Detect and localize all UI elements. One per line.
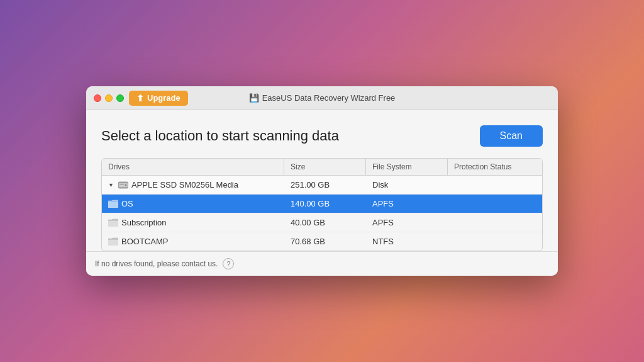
footer: If no drives found, please contact us. ? bbox=[86, 251, 558, 276]
help-label: ? bbox=[226, 260, 230, 268]
partition-name-cell: BOOTCAMP bbox=[102, 232, 284, 251]
header-row: Select a location to start scanning data… bbox=[101, 125, 543, 147]
table-row[interactable]: OS 140.00 GB APFS bbox=[102, 195, 542, 213]
partition-name-cell: OS bbox=[102, 195, 284, 213]
drive-size: 251.00 GB bbox=[284, 176, 366, 194]
partition-name: BOOTCAMP bbox=[121, 237, 168, 246]
page-title: Select a location to start scanning data bbox=[101, 128, 339, 144]
upgrade-button[interactable]: ⬆ Upgrade bbox=[129, 91, 188, 106]
table-row[interactable]: ▼ APPLE SSD SM0256L Media 251.00 GB Disk bbox=[102, 176, 542, 195]
table-body: ▼ APPLE SSD SM0256L Media 251.00 GB Disk bbox=[102, 176, 542, 251]
col-protection: Protection Status bbox=[448, 159, 542, 175]
partition-size: 70.68 GB bbox=[284, 232, 366, 251]
col-size: Size bbox=[284, 159, 366, 175]
app-window: ⬆ Upgrade 💾 EaseUS Data Recovery Wizard … bbox=[86, 86, 558, 276]
partition-size: 40.00 GB bbox=[284, 213, 366, 232]
maximize-button[interactable] bbox=[116, 94, 124, 102]
table-header: Drives Size File System Protection Statu… bbox=[102, 159, 542, 176]
partition-fs: NTFS bbox=[366, 232, 448, 251]
minimize-button[interactable] bbox=[105, 94, 113, 102]
help-button[interactable]: ? bbox=[223, 258, 234, 269]
svg-rect-3 bbox=[119, 184, 124, 185]
hdd-icon bbox=[118, 181, 128, 189]
title-icon: 💾 bbox=[249, 93, 259, 103]
titlebar: ⬆ Upgrade 💾 EaseUS Data Recovery Wizard … bbox=[86, 86, 558, 110]
partition-protection bbox=[448, 200, 542, 208]
partition-fs: APFS bbox=[366, 195, 448, 213]
table-row[interactable]: BOOTCAMP 70.68 GB NTFS bbox=[102, 232, 542, 251]
upgrade-icon: ⬆ bbox=[136, 93, 144, 103]
scan-button[interactable]: Scan bbox=[480, 125, 543, 147]
table-row[interactable]: Subscription 40.00 GB APFS bbox=[102, 213, 542, 232]
expand-icon: ▼ bbox=[108, 182, 114, 188]
partition-name-cell: Subscription bbox=[102, 213, 284, 232]
partition-protection bbox=[448, 237, 542, 246]
partition-fs: APFS bbox=[366, 213, 448, 232]
partition-name: OS bbox=[121, 199, 133, 208]
svg-point-2 bbox=[125, 184, 126, 186]
drive-protection bbox=[448, 181, 542, 189]
traffic-lights bbox=[94, 94, 124, 102]
partition-name: Subscription bbox=[121, 218, 167, 227]
folder-icon bbox=[108, 218, 118, 227]
window-title: 💾 EaseUS Data Recovery Wizard Free bbox=[249, 93, 396, 103]
drive-name: APPLE SSD SM0256L Media bbox=[131, 180, 238, 189]
folder-icon bbox=[108, 237, 118, 246]
upgrade-label: Upgrade bbox=[147, 93, 180, 103]
folder-icon bbox=[108, 200, 118, 208]
footer-text: If no drives found, please contact us. bbox=[95, 259, 218, 268]
drive-name-cell: ▼ APPLE SSD SM0256L Media bbox=[102, 176, 284, 194]
col-drives: Drives bbox=[102, 159, 284, 175]
partition-size: 140.00 GB bbox=[284, 195, 366, 213]
partition-protection bbox=[448, 218, 542, 227]
main-content: Select a location to start scanning data… bbox=[86, 110, 558, 251]
drive-fs: Disk bbox=[366, 176, 448, 194]
close-button[interactable] bbox=[94, 94, 101, 102]
col-filesystem: File System bbox=[366, 159, 448, 175]
title-text-label: EaseUS Data Recovery Wizard Free bbox=[262, 93, 396, 103]
drives-table: Drives Size File System Protection Statu… bbox=[101, 158, 543, 251]
